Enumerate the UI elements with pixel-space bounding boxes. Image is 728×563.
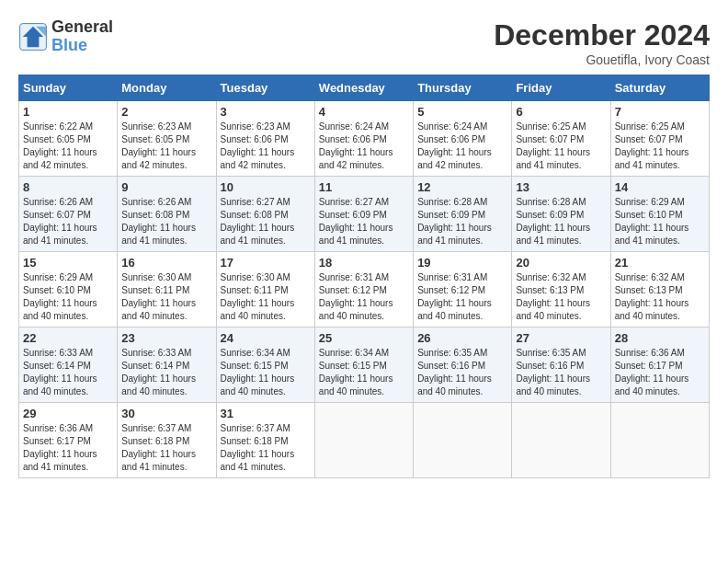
table-row: 1Sunrise: 6:22 AMSunset: 6:05 PMDaylight… [19,101,118,177]
table-row [512,403,610,478]
table-row: 17Sunrise: 6:30 AMSunset: 6:11 PMDayligh… [216,252,314,327]
table-row: 26Sunrise: 6:35 AMSunset: 6:16 PMDayligh… [414,327,512,403]
table-row: 24Sunrise: 6:34 AMSunset: 6:15 PMDayligh… [216,327,314,403]
calendar-week-1: 1Sunrise: 6:22 AMSunset: 6:05 PMDaylight… [19,101,710,177]
table-row: 30Sunrise: 6:37 AMSunset: 6:18 PMDayligh… [118,403,216,478]
col-sunday: Sunday [19,75,118,101]
col-wednesday: Wednesday [314,75,413,101]
table-row: 10Sunrise: 6:27 AMSunset: 6:08 PMDayligh… [216,177,314,252]
table-row [414,403,512,478]
calendar-week-4: 22Sunrise: 6:33 AMSunset: 6:14 PMDayligh… [19,327,710,403]
calendar-table: Sunday Monday Tuesday Wednesday Thursday… [18,75,710,478]
table-row: 31Sunrise: 6:37 AMSunset: 6:18 PMDayligh… [216,403,314,478]
table-row: 23Sunrise: 6:33 AMSunset: 6:14 PMDayligh… [118,327,216,403]
table-row: 16Sunrise: 6:30 AMSunset: 6:11 PMDayligh… [118,252,216,327]
logo: General Blue [18,18,113,55]
table-row: 25Sunrise: 6:34 AMSunset: 6:15 PMDayligh… [314,327,413,403]
table-row: 12Sunrise: 6:28 AMSunset: 6:09 PMDayligh… [414,177,512,252]
table-row: 13Sunrise: 6:28 AMSunset: 6:09 PMDayligh… [512,177,610,252]
col-friday: Friday [512,75,610,101]
table-row: 14Sunrise: 6:29 AMSunset: 6:10 PMDayligh… [610,177,709,252]
calendar-week-2: 8Sunrise: 6:26 AMSunset: 6:07 PMDaylight… [19,177,710,252]
table-row: 28Sunrise: 6:36 AMSunset: 6:17 PMDayligh… [610,327,709,403]
logo-line1: General [51,18,113,37]
table-row: 6Sunrise: 6:25 AMSunset: 6:07 PMDaylight… [512,101,610,177]
table-row: 27Sunrise: 6:35 AMSunset: 6:16 PMDayligh… [512,327,610,403]
logo-icon [18,22,48,52]
calendar-week-5: 29Sunrise: 6:36 AMSunset: 6:17 PMDayligh… [19,403,710,478]
calendar-header-row: Sunday Monday Tuesday Wednesday Thursday… [19,75,710,101]
table-row: 9Sunrise: 6:26 AMSunset: 6:08 PMDaylight… [118,177,216,252]
table-row: 7Sunrise: 6:25 AMSunset: 6:07 PMDaylight… [610,101,709,177]
table-row: 29Sunrise: 6:36 AMSunset: 6:17 PMDayligh… [19,403,118,478]
table-row: 21Sunrise: 6:32 AMSunset: 6:13 PMDayligh… [610,252,709,327]
table-row: 11Sunrise: 6:27 AMSunset: 6:09 PMDayligh… [314,177,413,252]
col-thursday: Thursday [414,75,512,101]
table-row: 2Sunrise: 6:23 AMSunset: 6:05 PMDaylight… [118,101,216,177]
table-row: 4Sunrise: 6:24 AMSunset: 6:06 PMDaylight… [314,101,413,177]
table-row: 18Sunrise: 6:31 AMSunset: 6:12 PMDayligh… [314,252,413,327]
table-row [610,403,709,478]
calendar-subtitle: Gouetifla, Ivory Coast [494,52,710,67]
table-row: 19Sunrise: 6:31 AMSunset: 6:12 PMDayligh… [414,252,512,327]
table-row: 20Sunrise: 6:32 AMSunset: 6:13 PMDayligh… [512,252,610,327]
calendar-week-3: 15Sunrise: 6:29 AMSunset: 6:10 PMDayligh… [19,252,710,327]
logo-line2: Blue [51,37,113,55]
header: General Blue December 2024 Gouetifla, Iv… [18,18,710,67]
col-saturday: Saturday [610,75,709,101]
table-row [314,403,413,478]
title-area: December 2024 Gouetifla, Ivory Coast [494,18,710,67]
table-row: 3Sunrise: 6:23 AMSunset: 6:06 PMDaylight… [216,101,314,177]
calendar-title: December 2024 [494,18,710,52]
table-row: 22Sunrise: 6:33 AMSunset: 6:14 PMDayligh… [19,327,118,403]
table-row: 5Sunrise: 6:24 AMSunset: 6:06 PMDaylight… [414,101,512,177]
col-monday: Monday [118,75,216,101]
table-row: 15Sunrise: 6:29 AMSunset: 6:10 PMDayligh… [19,252,118,327]
table-row: 8Sunrise: 6:26 AMSunset: 6:07 PMDaylight… [19,177,118,252]
col-tuesday: Tuesday [216,75,314,101]
